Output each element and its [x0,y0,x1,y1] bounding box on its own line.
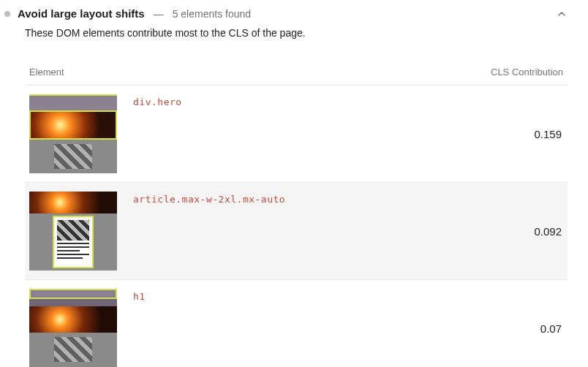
table-row[interactable]: article.max-w-2xl.mx-auto 0.092 [25,182,568,279]
element-thumbnail [29,192,117,270]
col-cls: CLS Contribution [491,67,563,77]
table-header: Element CLS Contribution [25,59,568,85]
table-row[interactable]: h1 0.07 [25,279,568,367]
audit-header[interactable]: Avoid large layout shifts — 5 elements f… [4,3,568,27]
audit-separator: — [154,8,164,20]
audit-title: Avoid large layout shifts [18,7,145,20]
cls-table: Element CLS Contribution div.hero 0.159 [4,59,568,367]
element-selector: div.hero [133,97,182,107]
element-thumbnail [29,289,117,367]
element-selector: article.max-w-2xl.mx-auto [133,194,285,205]
element-selector: h1 [133,291,146,302]
chevron-up-icon[interactable] [556,8,568,20]
status-dot-icon [4,11,10,17]
cls-value: 0.092 [534,225,563,238]
audit-count: 5 elements found [173,8,251,20]
audit-description: These DOM elements contribute most to th… [4,27,568,39]
cls-value: 0.07 [540,322,563,335]
table-row[interactable]: div.hero 0.159 [25,85,568,182]
element-thumbnail [29,94,117,173]
col-element: Element [29,67,64,77]
cls-value: 0.159 [534,128,563,140]
